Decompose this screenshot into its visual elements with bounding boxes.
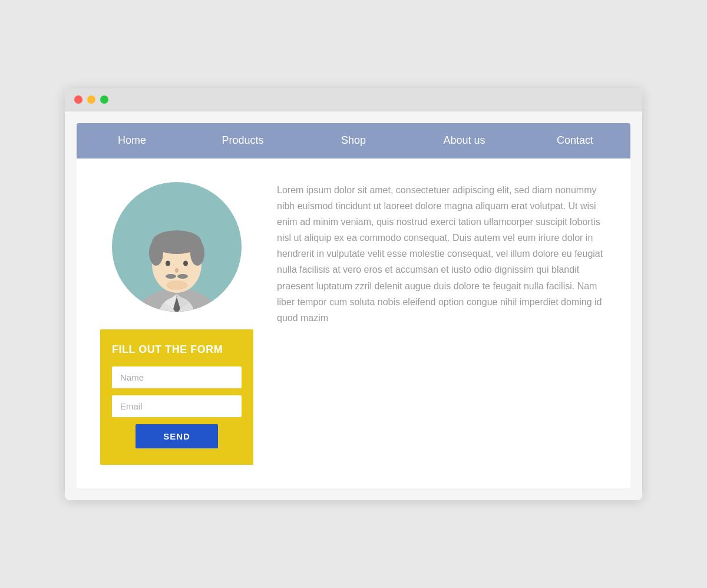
svg-point-8 [190,240,204,266]
browser-content: Home Products Shop About us Contact [77,123,630,488]
svg-point-10 [183,260,188,266]
main-content: FILL OUT THE FORM SEND Lorem ipsum dolor… [77,158,630,488]
svg-point-14 [166,280,187,290]
browser-chrome [65,88,642,111]
nav-item-shop[interactable]: Shop [298,123,409,158]
email-input[interactable] [112,395,242,417]
nav-item-about[interactable]: About us [409,123,520,158]
nav-item-products[interactable]: Products [187,123,298,158]
browser-window: Home Products Shop About us Contact [65,88,642,500]
left-panel: FILL OUT THE FORM SEND [100,182,253,465]
svg-point-9 [166,260,170,266]
form-panel: FILL OUT THE FORM SEND [100,329,253,465]
form-title: FILL OUT THE FORM [112,343,242,356]
svg-point-7 [149,240,163,266]
minimize-button-dot[interactable] [87,95,95,104]
svg-point-11 [175,268,179,273]
maximize-button-dot[interactable] [100,95,108,104]
navbar: Home Products Shop About us Contact [77,123,630,158]
svg-point-12 [166,274,176,279]
name-input[interactable] [112,366,242,388]
avatar [112,182,242,312]
body-text: Lorem ipsum dolor sit amet, consectetuer… [277,182,607,465]
avatar-illustration [121,200,233,312]
svg-point-13 [177,274,188,279]
nav-item-contact[interactable]: Contact [520,123,630,158]
close-button-dot[interactable] [74,95,82,104]
nav-item-home[interactable]: Home [77,123,187,158]
send-button[interactable]: SEND [136,424,218,448]
